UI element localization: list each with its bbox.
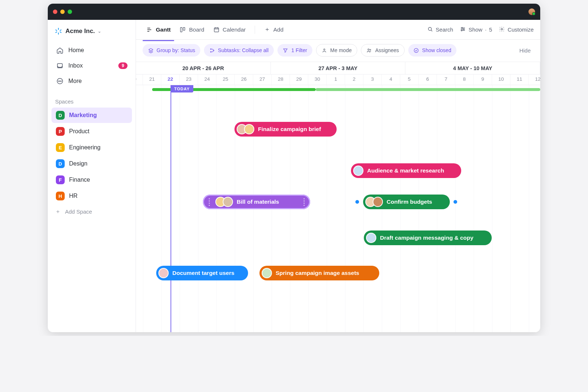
tab-add-view[interactable]: ＋ Add	[260, 23, 287, 36]
day-cell[interactable]: 10	[492, 75, 510, 85]
assignee-avatars	[366, 233, 376, 243]
task-spring-assets[interactable]: Spring campaign image assets	[259, 266, 379, 280]
avatar	[373, 197, 383, 207]
day-cell[interactable]: 29	[290, 75, 308, 85]
chip-filter[interactable]: 1 Filter	[277, 44, 312, 57]
day-cell[interactable]: 20	[136, 75, 143, 85]
day-cell[interactable]: 26	[235, 75, 253, 85]
plus-icon: ＋	[55, 208, 61, 215]
chip-assignees[interactable]: Assignees	[361, 44, 405, 57]
view-tabs: Gantt Board Calendar ＋ Add	[136, 20, 540, 40]
more-icon	[56, 77, 64, 85]
nav-home-label: Home	[68, 47, 84, 54]
nav-inbox[interactable]: Inbox 9	[51, 58, 132, 73]
tab-board[interactable]: Board	[176, 23, 208, 36]
people-icon	[366, 47, 372, 53]
day-cell[interactable]: 12	[529, 75, 540, 85]
sidebar-space-product[interactable]: PProduct	[51, 124, 132, 139]
hide-filters-button[interactable]: Hide	[516, 47, 534, 54]
subtasks-icon	[209, 47, 215, 53]
space-label: Engineering	[69, 144, 100, 151]
chip-me-mode[interactable]: Me mode	[316, 44, 357, 57]
assignee-avatars	[158, 268, 169, 278]
sidebar-space-finance[interactable]: FFinance	[51, 172, 132, 188]
chip-filter-label: 1 Filter	[291, 47, 307, 53]
milestone-dot[interactable]	[453, 200, 457, 204]
customize-label: Customize	[508, 26, 534, 33]
day-cell[interactable]: 5	[400, 75, 419, 85]
customize-button[interactable]: Customize	[499, 26, 534, 33]
sidebar-space-marketing[interactable]: DMarketing	[51, 108, 132, 123]
assignee-avatars	[237, 124, 254, 134]
week-label: 20 APR - 26 APR	[136, 62, 271, 74]
day-cell[interactable]: 6	[419, 75, 437, 85]
day-cell[interactable]: 23	[180, 75, 198, 85]
svg-point-18	[414, 48, 418, 52]
svg-rect-5	[183, 28, 185, 30]
task-document-users[interactable]: Document target users	[156, 266, 248, 280]
show-count: 5	[489, 26, 492, 33]
add-space-button[interactable]: ＋ Add Space	[48, 204, 136, 219]
sidebar-space-engineering[interactable]: EEngineering	[51, 140, 132, 155]
task-label: Confirm budgets	[387, 199, 432, 205]
chip-me-mode-label: Me mode	[330, 47, 352, 53]
svg-point-11	[501, 28, 503, 30]
day-cell[interactable]: 9	[474, 75, 492, 85]
day-cell[interactable]: 3	[363, 75, 382, 85]
search-label: Search	[436, 26, 453, 33]
chip-show-closed-label: Show closed	[422, 47, 451, 53]
workspace-switcher[interactable]: Acme Inc. ⌄	[48, 22, 136, 41]
day-cell[interactable]: 4	[382, 75, 400, 85]
day-cell[interactable]: 8	[455, 75, 474, 85]
chevron-down-icon: ⌄	[98, 29, 101, 34]
day-cell[interactable]: 21	[143, 75, 161, 85]
day-cell[interactable]: 27	[253, 75, 272, 85]
gantt-timeline: 20 APR - 26 APR27 APR - 3 MAY4 MAY - 10 …	[136, 62, 540, 332]
task-label: Document target users	[172, 270, 234, 276]
chip-show-closed[interactable]: Show closed	[408, 44, 456, 57]
day-cell[interactable]: 22	[161, 75, 180, 85]
sidebar-space-hr[interactable]: HHR	[51, 188, 132, 204]
show-button[interactable]: Show · 5	[460, 26, 492, 33]
timeline-weeks-row: 20 APR - 26 APR27 APR - 3 MAY4 MAY - 10 …	[136, 62, 540, 74]
day-cell[interactable]: 11	[510, 75, 529, 85]
sidebar-space-design[interactable]: DDesign	[51, 156, 132, 171]
close-window-button[interactable]	[53, 10, 57, 14]
board-icon	[179, 26, 186, 33]
space-badge: H	[56, 192, 65, 200]
search-button[interactable]: Search	[427, 26, 453, 33]
tab-gantt[interactable]: Gantt	[143, 23, 174, 36]
gantt-body[interactable]: TODAY Finaliz	[136, 85, 540, 332]
tab-calendar[interactable]: Calendar	[209, 23, 250, 36]
task-draft-messaging[interactable]: Draft campaign messaging & copy	[364, 231, 492, 245]
day-cell[interactable]: 24	[198, 75, 216, 85]
task-finalize-brief[interactable]: Finalize campaign brief	[234, 122, 337, 137]
task-confirm-budgets[interactable]: Confirm budgets	[363, 195, 450, 209]
drag-handle-left[interactable]	[207, 198, 212, 206]
day-cell[interactable]: 28	[272, 75, 290, 85]
layers-icon	[148, 47, 154, 53]
day-cell[interactable]: 1	[327, 75, 345, 85]
minimize-window-button[interactable]	[60, 10, 65, 14]
space-label: Product	[69, 128, 89, 135]
task-bill-of-materials[interactable]: Bill of materials	[203, 195, 310, 209]
task-audience-research[interactable]: Audience & market research	[351, 163, 461, 178]
space-label: Marketing	[69, 112, 97, 119]
nav-more-label: More	[68, 78, 82, 84]
window-titlebar	[48, 4, 540, 20]
day-cell[interactable]: 30	[308, 75, 327, 85]
chip-subtasks[interactable]: Subtasks: Collapse all	[204, 44, 274, 57]
milestone-dot[interactable]	[355, 200, 359, 204]
nav-home[interactable]: Home	[51, 43, 132, 58]
day-cell[interactable]: 2	[345, 75, 363, 85]
drag-handle-right[interactable]	[301, 198, 306, 206]
svg-point-12	[210, 48, 211, 50]
day-cell[interactable]: 25	[216, 75, 235, 85]
current-user-avatar[interactable]	[528, 8, 535, 15]
chip-group-by[interactable]: Group by: Status	[143, 44, 200, 57]
maximize-window-button[interactable]	[68, 10, 72, 14]
nav-more[interactable]: More	[51, 73, 132, 89]
space-badge: F	[56, 175, 65, 184]
inbox-count-badge: 9	[118, 62, 128, 69]
day-cell[interactable]: 7	[437, 75, 455, 85]
